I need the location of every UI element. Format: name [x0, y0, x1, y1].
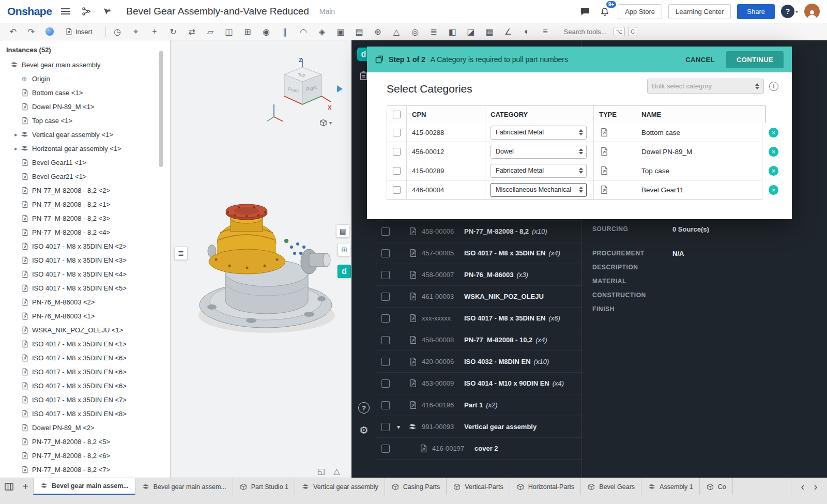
instance-row[interactable]: ▸ ⊕ ISO 4017 - M8 x 35DIN EN <3> — [0, 253, 170, 267]
app-store-button[interactable]: App Store — [618, 4, 662, 19]
comments-icon[interactable] — [578, 5, 592, 18]
bom-row[interactable]: ▾ xxx-xxxxx ISO 4017 - M8 x 35DIN EN (x6… — [376, 308, 581, 329]
document-tab[interactable]: Co — [700, 478, 733, 495]
assembly-3d-model[interactable] — [189, 195, 339, 335]
scale-indicator-icon[interactable]: △ — [333, 466, 340, 476]
row-checkbox[interactable] — [381, 293, 390, 301]
section-view-icon[interactable]: ◐ — [519, 25, 535, 38]
instance-row[interactable]: ▸ ⊕ ISO 4017 - M8 x 35DIN EN <6> — [0, 351, 170, 365]
bom-row[interactable]: ▾ 461-00003 WSKA_NIK_POZ_OLEJU — [376, 286, 581, 308]
planar-mate-icon[interactable]: ▱ — [203, 25, 219, 38]
slider-mate-icon[interactable]: ⇄ — [184, 25, 200, 38]
instance-row[interactable]: ▸ ⊕ PN-77_M-82008 - 8,2 <7> — [0, 463, 170, 477]
row-checkbox[interactable] — [381, 379, 390, 388]
category-select[interactable]: Dowel — [491, 145, 587, 159]
bom-row[interactable]: ▾ 458-00007 PN-76_M-86003 (x3) — [376, 264, 581, 286]
display-states-icon[interactable]: ◧ — [445, 25, 461, 38]
cylindrical-mate-icon[interactable]: ◫ — [221, 25, 237, 38]
sheet-metal-icon[interactable]: ◪ — [463, 25, 479, 38]
document-tab[interactable]: Assembly 1 — [641, 478, 700, 495]
duro-app-button[interactable]: d — [338, 265, 351, 278]
instance-row[interactable]: ▸ ⊕ PN-77_M-82008 - 8,2 <1> — [0, 197, 170, 211]
instance-row[interactable]: ▸ ⊕ PN-77_M-82008 - 8,2 <5> — [0, 435, 170, 449]
instance-row[interactable]: ▸ ⊕ ISO 4017 - M8 x 35DIN EN <8> — [0, 407, 170, 421]
orbit-icon[interactable] — [41, 25, 57, 38]
hierarchy-panel-button[interactable]: ⊞ — [338, 243, 351, 256]
instance-row[interactable]: ▸ ⊕ PN-77_M-82008 - 8,2 <4> — [0, 225, 170, 239]
mate-connector-icon[interactable]: ⌖ — [128, 25, 144, 38]
graphics-viewport[interactable]: Z X Top Front Right ▾ — [171, 40, 351, 478]
ball-mate-icon[interactable]: ◉ — [258, 25, 274, 38]
category-select[interactable]: Fabricated Metal — [491, 126, 587, 140]
gear-icon[interactable]: ⚙ — [359, 424, 369, 436]
bom-row[interactable]: ▾ 416-00196 Part 1 (x2) — [376, 394, 581, 416]
document-tab[interactable]: Horizontal-Parts — [510, 478, 581, 495]
row-checkbox[interactable] — [381, 249, 390, 257]
named-positions-icon[interactable]: ≣ — [426, 25, 442, 38]
scroll-tabs-left-icon[interactable]: ‹ — [801, 481, 805, 493]
parallel-mate-icon[interactable]: ∥ — [277, 25, 293, 38]
help-icon[interactable]: ? — [358, 402, 370, 414]
add-tab-button[interactable]: + — [18, 478, 33, 495]
fastened-mate-icon[interactable]: + — [147, 25, 163, 38]
version-graph-icon[interactable] — [80, 5, 93, 18]
instance-row[interactable]: ▸ ⊕ PN-76_M-86003 <2> — [0, 295, 170, 309]
snapshot-icon[interactable]: ◎ — [407, 25, 423, 38]
document-tab[interactable]: Vertical gear assembly — [295, 478, 385, 495]
row-checkbox[interactable] — [393, 186, 401, 194]
revolute-mate-icon[interactable]: ↻ — [165, 25, 181, 38]
sidebar-scrollbar[interactable] — [159, 51, 163, 167]
expand-chevron-icon[interactable]: ▸ — [12, 131, 20, 138]
info-icon[interactable]: i — [769, 82, 778, 91]
bulk-select-category-dropdown[interactable]: Bulk select category — [647, 79, 764, 94]
hamburger-menu-icon[interactable] — [59, 5, 72, 18]
pin-slot-mate-icon[interactable]: ⊞ — [240, 25, 256, 38]
rotate-view-arrow[interactable] — [337, 85, 343, 93]
instance-row[interactable]: ▸ ⊕ ISO 4017 - M8 x 35DIN EN <5> — [0, 281, 170, 295]
replicate-icon[interactable]: ▣ — [333, 25, 349, 38]
expand-chevron-icon[interactable]: ▾ — [397, 423, 400, 431]
remove-row-button[interactable]: × — [769, 128, 778, 138]
remove-row-button[interactable]: × — [769, 147, 778, 157]
instance-row[interactable]: ▸ ⊕ Bevel Gear11 <1> — [0, 156, 170, 170]
row-checkbox[interactable] — [381, 227, 390, 236]
row-checkbox[interactable] — [381, 271, 390, 279]
learning-center-button[interactable]: Learning Center — [668, 4, 731, 19]
bom-row[interactable]: ▾ 420-00006 ISO 4032 - M8DIN EN (x10) — [376, 351, 581, 373]
onshape-logo[interactable]: Onshape — [7, 5, 52, 18]
instance-row[interactable]: ▸ ⊕ PN-77_M-82008 - 8,2 <6> — [0, 449, 170, 463]
instance-row[interactable]: ▸ ⊕ PN-77_M-82008 - 8,2 <3> — [0, 211, 170, 225]
bom-row[interactable]: ▾ 453-00009 ISO 4014 - M10 x 90DIN EN (x… — [376, 373, 581, 394]
row-checkbox[interactable] — [381, 423, 390, 431]
explode-icon[interactable]: △ — [389, 25, 405, 38]
search-tools-input[interactable] — [563, 27, 610, 36]
structure-toggle-button[interactable]: ≣ — [174, 247, 188, 260]
instance-row[interactable]: ▸ ⊕ Dowel PN-89_M <2> — [0, 421, 170, 435]
instance-row[interactable]: ▸ ⊕ Top case <1> — [0, 114, 170, 128]
category-select[interactable]: Fabricated Metal — [491, 164, 587, 178]
cube-top-label[interactable]: Top — [298, 72, 305, 78]
notifications-bell-icon[interactable]: 9+ — [598, 5, 611, 18]
document-tab[interactable]: Casing Parts — [385, 478, 447, 495]
instance-row[interactable]: ▸ ⊕ Bevel Gear21 <1> — [0, 170, 170, 184]
instance-row[interactable]: ▸ ⊕ Dowel PN-89_M <1> — [0, 100, 170, 114]
instance-row[interactable]: ▸ ⊕ Origin — [0, 72, 170, 86]
document-tab[interactable]: Bevel Gears — [581, 478, 641, 495]
bom-row[interactable]: ▾ 458-00006 PN-77_M-82008 - 8,2 (x10) — [376, 221, 581, 242]
row-checkbox[interactable] — [381, 314, 390, 323]
measure-icon[interactable]: ∠ — [500, 25, 516, 38]
instance-row[interactable]: ▸ ⊕ Bevel gear main assembly ↧ — [0, 58, 170, 72]
orientation-icon[interactable]: ◱ — [317, 466, 325, 476]
row-checkbox[interactable] — [393, 129, 401, 136]
row-checkbox[interactable] — [393, 167, 401, 175]
instance-row[interactable]: ▸ ⊕ ISO 4017 - M8 x 35DIN EN <7> — [0, 393, 170, 407]
instance-row[interactable]: ▸ ⊕ Bottom case <1> ≡ — [0, 86, 170, 100]
cancel-button[interactable]: CANCEL — [682, 55, 718, 64]
instance-row[interactable]: ▸ ⊕ ISO 4017 - M8 x 35DIN EN <2> — [0, 239, 170, 253]
help-icon[interactable]: ? — [781, 5, 794, 18]
instance-row[interactable]: ▸ ⊕ ISO 4017 - M8 x 35DIN EN <6> — [0, 379, 170, 393]
expand-chevron-icon[interactable]: ▸ — [12, 145, 20, 152]
document-tab[interactable]: Bevel gear main assem... — [33, 478, 135, 495]
bom-row[interactable]: ▾ 458-00008 PN-77_M-82008 - 10,2 (x4) — [376, 329, 581, 351]
remove-row-button[interactable]: × — [769, 185, 778, 195]
